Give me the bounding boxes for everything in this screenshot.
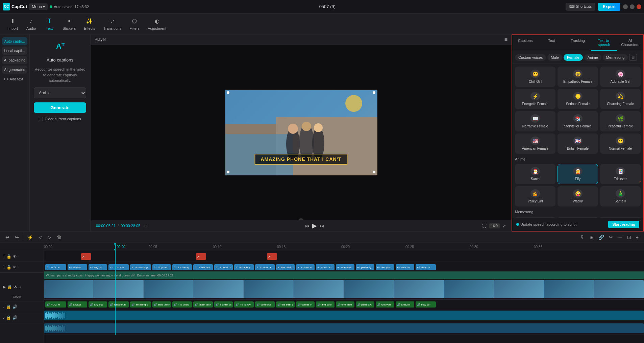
tool-import[interactable]: ⬇ Import [4, 16, 21, 32]
filter-male[interactable]: Male [547, 54, 562, 61]
drag-handle[interactable]: ⊙ [298, 218, 304, 220]
voice-santa[interactable]: 🎅 Santa [515, 164, 555, 184]
export-button[interactable]: Export [598, 3, 620, 11]
subtitle-clip-5[interactable]: A↑ amazing p [130, 264, 151, 270]
audio-sub-19[interactable]: 🔊 stay cor [416, 301, 436, 308]
cut-button[interactable]: ✂ [608, 234, 614, 241]
audio-sub-8[interactable]: 🔊 latest tech [193, 301, 213, 308]
audio-sub-18[interactable]: 🔊 amazin [396, 301, 414, 308]
play-button[interactable]: ▶ [312, 222, 317, 229]
delete-button[interactable]: 🗑 [55, 234, 63, 241]
left-btn-auto-captions[interactable]: Auto capto... [2, 37, 27, 45]
subtitle-clip-11[interactable]: A↑ comforta [255, 264, 275, 270]
subtitle-clip-9[interactable]: A↑ a great cc [214, 264, 233, 270]
subtitle-clip-6[interactable]: A↑ stop talki [152, 264, 171, 270]
subtitle-clip-18[interactable]: A↑ amazin [396, 264, 414, 270]
audio-sub-16[interactable]: 🔊 perfectly. [356, 301, 374, 308]
filter-custom[interactable]: Custom voices [515, 54, 546, 61]
split-button[interactable]: ⚡ [26, 234, 34, 241]
left-btn-ai-generated[interactable]: AI generated [2, 66, 27, 74]
trim-right-button[interactable]: ▷ [46, 234, 53, 241]
tool-text[interactable]: T Text [41, 16, 58, 32]
tab-ai-characters[interactable]: AI Characters [617, 35, 643, 51]
audio-sub-11[interactable]: 🔊 comforta [255, 301, 275, 308]
close-button[interactable] [637, 4, 641, 9]
voice-valley-girl[interactable]: 💁 Valley Girl [515, 186, 555, 206]
voice-elfy[interactable]: 🧝 Elfy [558, 164, 598, 184]
voice-peaceful-female[interactable]: 🌿 Peaceful Female [600, 111, 641, 131]
filter-anime[interactable]: Anime [584, 54, 601, 61]
subtitle-clip-3[interactable]: A↑ any oc [89, 264, 107, 270]
redo-button[interactable]: ↪ [14, 234, 20, 241]
subtitle-clip-7[interactable]: A↑ It is desig [172, 264, 192, 270]
voice-charming-female[interactable]: 💫 Charming Female [600, 89, 641, 109]
audio-sub-10[interactable]: 🔊 It's lightly [234, 301, 254, 308]
voice-trickster[interactable]: 🃏 Trickster ↑ [600, 164, 641, 184]
voice-empathetic-female[interactable]: 🥺 Empathetic Female [558, 67, 598, 87]
audio-sub-7[interactable]: 🔊 It is desig [172, 301, 192, 308]
tool-audio[interactable]: ♪ Audio [23, 16, 40, 32]
subtitle-clip-8[interactable]: A↑ latest tect [193, 264, 213, 270]
lock-icon-2[interactable]: 🔒 [6, 265, 11, 270]
start-reading-button[interactable]: Start reading [608, 221, 639, 228]
undo-button[interactable]: ↩ [4, 234, 11, 241]
audio-sub-15[interactable]: 🔊 one that! [336, 301, 354, 308]
generate-button[interactable]: Generate [34, 102, 86, 113]
left-btn-ai-packaging[interactable]: AI packaging [2, 56, 27, 64]
subtitle-clip-4[interactable]: A↑ I just fou [108, 264, 129, 270]
mic-button[interactable]: 🎙 [579, 234, 586, 241]
tab-tracking[interactable]: Tracking [565, 35, 591, 51]
filter-female[interactable]: Female [564, 54, 583, 61]
audio-lock-icon-1[interactable]: 🔒 [6, 304, 11, 309]
sub-audio-waveform[interactable] [44, 323, 644, 333]
audio-sub-3[interactable]: 🔊 any occ [89, 301, 107, 308]
subtitle-clip-19[interactable]: A↑ stay cor [416, 264, 436, 270]
zoom-out-button[interactable]: — [616, 234, 624, 241]
voice-serious-female[interactable]: 😐 Serious Female [558, 89, 598, 109]
audio-sub-13[interactable]: 🔊 comes in [296, 301, 315, 308]
caption-marker-1[interactable]: A↑ [81, 253, 91, 260]
clear-captions-checkbox[interactable] [39, 117, 43, 121]
left-btn-add-text[interactable]: + + Add text [2, 75, 27, 83]
subtitle-clip-13[interactable]: A↑ comes in [296, 264, 315, 270]
audio-sub-12[interactable]: 🔊 the best p [276, 301, 295, 308]
voice-chill-girl[interactable]: 😊 Chill Girl [515, 67, 555, 87]
video-audio-icon[interactable]: ♪ [19, 285, 21, 289]
tab-text[interactable]: Text [539, 35, 565, 51]
voice-adorable-girl[interactable]: 🌸 Adorable Girl [600, 67, 641, 87]
player-menu-button[interactable]: ≡ [504, 36, 507, 43]
audio-vol-icon-2[interactable]: 🔊 [13, 315, 18, 320]
expand-button[interactable]: ⤢ [502, 223, 506, 228]
tool-effects[interactable]: ✨ Effects [80, 16, 98, 32]
voice-american-female[interactable]: 🇺🇸 American Female [515, 133, 555, 154]
voice-santa-ii[interactable]: 🎄 Santa II [600, 186, 641, 206]
audio-sub-9[interactable]: 🔊 a great cc [214, 301, 233, 308]
subtitle-clip-17[interactable]: A↑ Get you [376, 264, 394, 270]
skip-back-button[interactable]: ⏮ [305, 222, 309, 229]
fit-button[interactable]: ⊡ [626, 234, 633, 241]
audio-sub-1[interactable]: 🔊 POV: H [45, 301, 66, 308]
resize-handle-tr[interactable] [373, 91, 375, 94]
snap-button[interactable]: ⊞ [588, 234, 595, 241]
track-content[interactable]: 00:00 100:00 00:05 00:10 00:15 00:20 00:… [44, 243, 644, 343]
voice-normal-female[interactable]: 🙂 Normal Female [600, 133, 641, 154]
voice-storyteller-female[interactable]: 📚 Storyteller Female [558, 111, 598, 131]
resize-handle-br[interactable] [373, 171, 375, 173]
subtitle-clip-1[interactable]: A↑ POV: H [45, 264, 66, 270]
fullscreen-button[interactable]: ⛶ [482, 223, 487, 228]
skip-forward-button[interactable]: ⏭ [320, 222, 324, 229]
caption-bar[interactable]: Woman party at rocky coast. Happy woman … [44, 272, 644, 279]
grid-icon[interactable]: ⊞ [144, 224, 147, 228]
eye-icon-2[interactable]: 👁 [13, 265, 17, 270]
lock-icon-1[interactable]: 🔒 [6, 254, 11, 259]
subtitle-clip-16[interactable]: A↑ perfectly. [356, 264, 374, 270]
subtitle-clip-12[interactable]: A↑ the best p [276, 264, 295, 270]
minimize-button[interactable] [623, 4, 628, 9]
menu-button[interactable]: Menu ▾ [29, 3, 48, 10]
subtitle-clip-10[interactable]: A↑ It's lightly [234, 264, 254, 270]
filter-memesong[interactable]: Memesong [603, 54, 628, 61]
tool-transitions[interactable]: ⇌ Transitions [100, 16, 125, 32]
eye-icon-1[interactable]: 👁 [13, 254, 17, 259]
subtitle-clip-15[interactable]: A↑ one that! [336, 264, 354, 270]
audio-sub-2[interactable]: 🔊 always [68, 301, 87, 308]
